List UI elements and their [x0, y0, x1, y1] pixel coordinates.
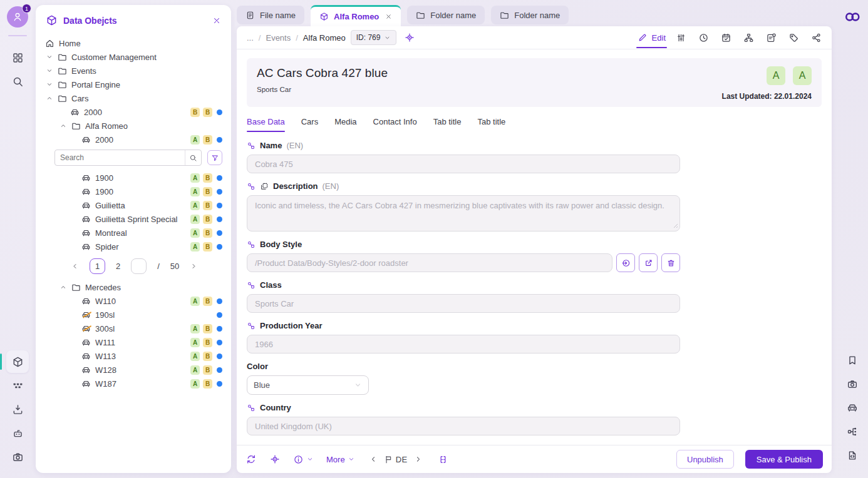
avatar[interactable]: 1 [7, 6, 28, 28]
tag-icon[interactable] [788, 33, 799, 43]
refresh-icon[interactable] [245, 454, 257, 465]
sitemap-icon[interactable] [743, 33, 754, 43]
content-tab-bar: Base DataCarsMediaContact InfoTab titleT… [247, 117, 822, 132]
tree-item[interactable]: Portal Engine [44, 78, 222, 91]
tab-tab-title-5[interactable]: Tab title [478, 117, 506, 132]
more-dropdown[interactable]: More [326, 455, 355, 464]
tab-contact-info-3[interactable]: Contact Info [373, 117, 417, 132]
locate-icon[interactable] [404, 32, 415, 43]
search-icon[interactable] [185, 150, 201, 165]
widgets-icon[interactable] [6, 374, 29, 397]
tree-item[interactable]: Mercedes [44, 280, 222, 294]
locate-icon[interactable] [269, 454, 281, 465]
chevron-right-icon[interactable] [190, 262, 198, 270]
class-input[interactable] [247, 294, 680, 313]
chevron-left-icon[interactable] [369, 455, 378, 464]
dashboard-icon[interactable] [6, 46, 29, 69]
tree-item-label: W128 [95, 365, 187, 375]
note-icon[interactable] [766, 33, 777, 43]
tree-item[interactable]: W110AB [44, 294, 222, 308]
breadcrumb-ellipsis[interactable]: ... [247, 33, 254, 43]
tree-item[interactable]: Customer Management [44, 50, 222, 64]
breadcrumb-item-events[interactable]: Events [266, 33, 291, 43]
filter-button[interactable] [207, 150, 222, 165]
tab-file-name-0[interactable]: File name [237, 6, 304, 24]
tab-folder-name-2[interactable]: Folder name [407, 6, 485, 24]
name-input[interactable] [247, 155, 680, 173]
tree-item[interactable]: 190sl [44, 308, 222, 322]
tree-item[interactable]: MontrealAB [44, 226, 222, 240]
tree-item[interactable]: Home [44, 36, 222, 50]
import-icon[interactable] [6, 398, 29, 420]
search-input[interactable] [55, 153, 185, 162]
tab-tab-title-4[interactable]: Tab title [433, 117, 462, 132]
share-icon[interactable] [811, 33, 822, 43]
save-publish-button[interactable]: Save & Publish [745, 450, 823, 469]
edit-tab[interactable]: Edit [638, 33, 666, 43]
tree-item[interactable]: 300slAB [44, 322, 222, 335]
tree-item[interactable]: W111AB [44, 335, 222, 349]
chevron-down-icon[interactable] [46, 81, 58, 88]
chevron-up-icon[interactable] [59, 122, 71, 130]
tab-media-2[interactable]: Media [334, 117, 356, 132]
camera-icon[interactable] [6, 445, 29, 468]
file-code-icon[interactable] [841, 444, 864, 467]
camera-icon[interactable] [841, 373, 864, 395]
chevron-right-icon[interactable] [414, 455, 423, 464]
tree-item[interactable]: SpiderAB [44, 240, 222, 253]
tree-item[interactable]: Events [44, 64, 222, 78]
tune-icon[interactable] [676, 33, 686, 43]
calendar-check-icon[interactable] [721, 33, 731, 43]
chevron-up-icon[interactable] [46, 94, 58, 102]
tree-item[interactable]: 2000BB [44, 105, 222, 119]
tree-item[interactable]: GuiliettaAB [44, 198, 222, 212]
tree-item[interactable]: W128AB [44, 363, 222, 377]
tree-item[interactable]: Guilietta Sprint SpecialAB [44, 212, 222, 226]
data-objects-icon[interactable] [6, 350, 29, 373]
tree-item[interactable]: 1900AB [44, 185, 222, 198]
country-input[interactable] [247, 417, 680, 435]
tree-item[interactable]: 2000AB [44, 133, 222, 146]
info-dropdown[interactable] [293, 454, 314, 465]
tree-item[interactable]: Alfa Romeo [44, 119, 222, 133]
close-icon[interactable] [385, 13, 392, 20]
bookmark-icon[interactable] [841, 349, 864, 372]
body-style-input[interactable] [247, 253, 612, 272]
chevron-up-icon[interactable] [59, 283, 71, 291]
description-textarea[interactable]: Iconic and timeless, the AC Cars Cobra 4… [247, 195, 680, 231]
schema-icon[interactable] [841, 420, 864, 443]
tree-item[interactable]: 1900AB [44, 171, 222, 185]
search-icon[interactable] [6, 70, 29, 93]
car-icon[interactable] [841, 397, 864, 419]
object-id-dropdown[interactable]: ID: 769 [351, 30, 397, 45]
open-in-icon[interactable] [616, 253, 635, 272]
cube-icon [319, 12, 329, 21]
language-selector[interactable]: DE [384, 455, 408, 464]
tab-folder-name-3[interactable]: Folder name [491, 6, 569, 24]
close-icon[interactable] [212, 16, 221, 25]
breadcrumb-item-current[interactable]: Alfa Romeo [303, 33, 346, 43]
tree-item[interactable]: W113AB [44, 349, 222, 363]
page-current[interactable]: 1 [90, 258, 105, 274]
clock-icon[interactable] [698, 33, 709, 43]
chevron-down-icon[interactable] [46, 67, 58, 74]
collapse-brackets-icon[interactable] [438, 454, 448, 465]
open-external-icon[interactable] [639, 253, 658, 272]
field-label-country: Country [247, 403, 822, 412]
infinity-logo[interactable] [844, 9, 860, 25]
published-dot [217, 244, 222, 250]
page-jump-input[interactable] [131, 258, 147, 274]
tree-item[interactable]: W187AB [44, 377, 222, 390]
chevron-left-icon[interactable] [71, 262, 79, 270]
production-year-input[interactable] [247, 335, 680, 353]
color-select[interactable]: Blue [247, 375, 369, 395]
delete-icon[interactable] [661, 253, 680, 272]
tab-alfa-romeo-1[interactable]: Alfa Romeo [311, 5, 401, 26]
assistant-icon[interactable] [6, 422, 29, 444]
tree-item[interactable]: Cars [44, 91, 222, 105]
page-2[interactable]: 2 [116, 262, 120, 271]
tab-cars-1[interactable]: Cars [301, 117, 318, 132]
tab-base-data-0[interactable]: Base Data [247, 117, 285, 132]
chevron-down-icon[interactable] [46, 53, 58, 61]
unpublish-button[interactable]: Unpublish [676, 450, 734, 469]
